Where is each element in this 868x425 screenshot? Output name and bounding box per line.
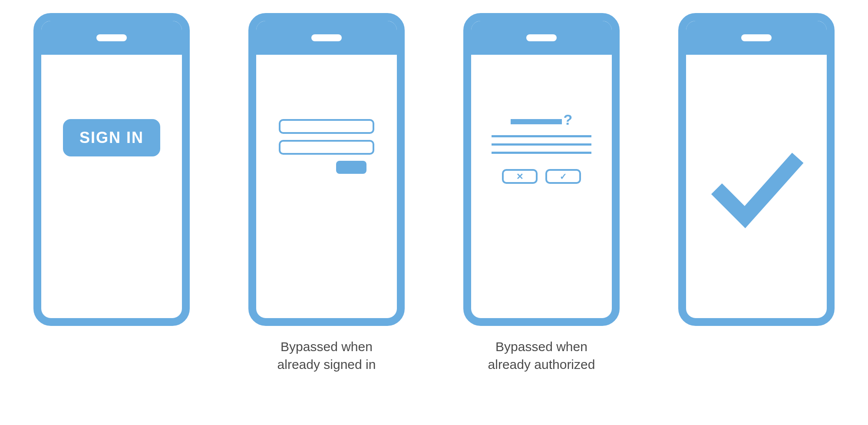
heading-bar xyxy=(511,119,562,124)
step-caption: Bypassed whenalready signed in xyxy=(277,338,376,374)
phone-screen: SIGN IN xyxy=(41,63,182,318)
phone-flow-diagram: SIGN IN Bypassed whenalready signed in xyxy=(17,13,851,374)
submit-button[interactable] xyxy=(336,161,366,174)
phone-screen: ? ✕ ✓ xyxy=(471,63,612,318)
phone-screen xyxy=(686,63,827,318)
signin-button[interactable]: SIGN IN xyxy=(63,119,160,156)
step-authorize: ? ✕ ✓ Bypassed whenalready authorized xyxy=(447,13,636,374)
deny-button[interactable]: ✕ xyxy=(502,169,538,184)
speaker-icon xyxy=(526,34,557,41)
phone-bezel-top xyxy=(256,21,397,55)
question-mark-icon: ? xyxy=(564,115,573,124)
text-line xyxy=(492,152,591,154)
speaker-icon xyxy=(741,34,772,41)
phone-frame xyxy=(248,13,405,326)
username-field[interactable] xyxy=(279,119,374,134)
step-caption: Bypassed whenalready authorized xyxy=(488,338,595,374)
step-login-form: Bypassed whenalready signed in xyxy=(232,13,421,374)
step-signin: SIGN IN xyxy=(17,13,206,374)
x-icon: ✕ xyxy=(516,171,524,182)
phone-bezel-top xyxy=(41,21,182,55)
text-line xyxy=(492,135,591,137)
speaker-icon xyxy=(311,34,342,41)
password-field[interactable] xyxy=(279,140,374,155)
phone-frame: ? ✕ ✓ xyxy=(463,13,620,326)
phone-bezel-top xyxy=(686,21,827,55)
phone-frame: SIGN IN xyxy=(33,13,190,326)
authorize-buttons: ✕ ✓ xyxy=(502,169,581,184)
phone-frame xyxy=(678,13,835,326)
prompt-heading: ? xyxy=(511,115,573,124)
speaker-icon xyxy=(96,34,127,41)
allow-button[interactable]: ✓ xyxy=(545,169,581,184)
check-icon: ✓ xyxy=(560,171,567,182)
phone-screen xyxy=(256,63,397,318)
step-success xyxy=(662,13,851,374)
text-line xyxy=(492,143,591,146)
checkmark-icon xyxy=(709,143,804,238)
phone-bezel-top xyxy=(471,21,612,55)
